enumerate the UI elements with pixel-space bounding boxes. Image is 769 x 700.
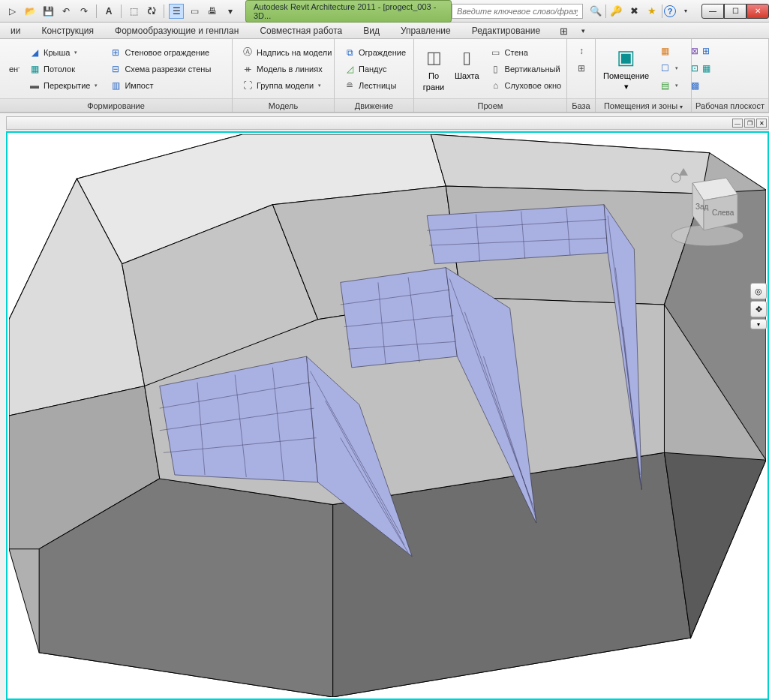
view-close-button[interactable]: ✕	[756, 119, 767, 128]
shaft-button[interactable]: ▯ Шахта	[450, 42, 484, 95]
set-plane-icon: ⊞	[700, 45, 712, 57]
area-icon: ▤	[659, 80, 671, 92]
cube-icon[interactable]: ⬚	[126, 4, 141, 19]
svg-point-49	[671, 173, 680, 182]
component-button-truncated[interactable]: ент▾	[6, 63, 20, 75]
grid-button[interactable]: ⊞	[572, 61, 590, 76]
open-icon[interactable]: 📂	[23, 4, 38, 19]
model-text-icon: Ⓐ	[242, 47, 254, 59]
grid-icon: ⊞	[575, 62, 587, 74]
view-restore-button[interactable]: ❐	[744, 119, 755, 128]
tab-collaborate[interactable]: Совместная работа	[249, 23, 353, 38]
window-controls: — ☐ ✕	[701, 4, 769, 19]
ribbon-collapse-icon[interactable]: ▾	[575, 23, 591, 38]
pan-button[interactable]: ✥	[750, 301, 767, 317]
curtain-system-button[interactable]: ⊞Стеновое ограждение	[107, 45, 214, 60]
panel-opening: ◫ По грани ▯ Шахта ▭Стена ▯Вертикальный …	[414, 39, 567, 112]
panel-model: ⒶНадпись на модели ᚑМодель в линиях ⛶Гру…	[233, 39, 335, 112]
svg-marker-15	[341, 268, 458, 368]
floor-button[interactable]: ▬Перекрытие▾	[26, 78, 101, 93]
label: Вертикальный	[505, 65, 560, 74]
favorites-icon[interactable]: ★	[644, 4, 660, 19]
curtain-grid-button[interactable]: ⊟Схема разрезки стены	[107, 62, 214, 77]
label: Группа модели	[257, 81, 314, 90]
panel-toggle-icon[interactable]: ⊞	[555, 23, 572, 38]
by-face-icon: ◫	[422, 46, 446, 70]
separator	[121, 5, 122, 18]
ramp-button[interactable]: ◿Пандус	[341, 62, 409, 77]
stairs-button[interactable]: ≘Лестницы	[341, 78, 409, 93]
sync-icon[interactable]: 🗘	[144, 4, 159, 19]
document-title: Autodesk Revit Architecture 2011 - [prog…	[245, 0, 452, 23]
set-workplane-button[interactable]: ⊞	[697, 44, 715, 59]
nav-bar: ◎ ✥ ▾	[750, 283, 768, 329]
roof-icon: ◢	[29, 47, 41, 59]
properties-icon[interactable]: ☰	[169, 4, 184, 19]
save-icon[interactable]: 💾	[41, 4, 56, 19]
redo-icon[interactable]: ↷	[77, 4, 92, 19]
undo-icon[interactable]: ↶	[59, 4, 74, 19]
separator	[662, 5, 662, 18]
model-line-icon: ᚑ	[242, 63, 254, 75]
binoculars-icon[interactable]: 🔍	[587, 4, 604, 19]
help-icon[interactable]: ?	[664, 5, 676, 17]
model-text-button[interactable]: ⒶНадпись на модели	[239, 45, 335, 60]
tab-extras: ⊞ ▾	[555, 23, 591, 38]
options-icon[interactable]: ▾	[223, 4, 238, 19]
print-icon[interactable]: 🖶	[205, 4, 220, 19]
maximize-button[interactable]: ☐	[724, 4, 746, 19]
show-plane-icon: ▦	[700, 62, 712, 74]
level-button[interactable]: ↕	[572, 44, 590, 59]
ceiling-button[interactable]: ▦Потолок	[26, 62, 101, 77]
mullion-icon: ▥	[110, 80, 122, 92]
curtain-grid-icon: ⊟	[110, 63, 122, 75]
tab-manage[interactable]: Управление	[390, 23, 461, 38]
help-dropdown-icon[interactable]: ▾	[677, 4, 694, 19]
text-icon[interactable]: A	[101, 4, 116, 19]
roof-button[interactable]: ◢Крыша▾	[26, 45, 101, 60]
tab-home-truncated[interactable]: ии	[0, 23, 31, 38]
dormer-button[interactable]: ⌂Слуховое окно	[487, 78, 565, 93]
tab-structure[interactable]: Конструкция	[31, 23, 104, 38]
room-sep-icon: ▦	[659, 45, 671, 57]
nav-expand-button[interactable]: ▾	[750, 319, 767, 329]
viewcube[interactable]: Зад Слева	[662, 164, 752, 254]
tab-view[interactable]: Вид	[353, 23, 390, 38]
by-face-button[interactable]: ◫ По грани	[417, 42, 450, 95]
panel-datum: ↕ ⊞ База	[567, 39, 596, 112]
exchange-icon[interactable]: ✖	[626, 4, 642, 19]
level-icon: ↕	[575, 45, 587, 57]
subscription-icon[interactable]: 🔑	[608, 4, 624, 19]
steering-wheel-button[interactable]: ◎	[750, 283, 767, 299]
panel-title[interactable]: Помещения и зоны▾	[596, 98, 691, 112]
room-tag-button[interactable]: ☐▾	[656, 61, 681, 76]
label: ент	[9, 65, 20, 74]
room-button[interactable]: ▣ Помещение ▾	[599, 42, 653, 95]
model-render	[9, 134, 766, 697]
dormer-icon: ⌂	[490, 80, 502, 92]
search-input[interactable]	[452, 4, 583, 19]
model-group-button[interactable]: ⛶Группа модели▾	[239, 78, 335, 93]
model-line-button[interactable]: ᚑМодель в линиях	[239, 62, 335, 77]
floor-icon: ▬	[29, 80, 41, 92]
minimize-button[interactable]: —	[701, 4, 724, 19]
canvas-3d[interactable]	[9, 134, 766, 697]
show-workplane-button[interactable]: ▦	[697, 61, 715, 76]
label: Помещение	[603, 71, 649, 80]
wall-opening-button[interactable]: ▭Стена	[487, 45, 565, 60]
room-separator-button[interactable]: ▦	[656, 44, 681, 59]
mullion-button[interactable]: ▥Импост	[107, 78, 214, 93]
label: Стеновое ограждение	[125, 48, 209, 57]
view-3d[interactable]: Зад Слева ◎ ✥ ▾	[6, 131, 769, 700]
view-minimize-button[interactable]: —	[732, 119, 743, 128]
app-menu-button[interactable]: ▷	[5, 4, 20, 19]
railing-icon: ⧉	[344, 47, 356, 59]
tab-massing[interactable]: Формообразующие и генплан	[104, 23, 249, 38]
panel-build: ент▾ ◢Крыша▾ ▦Потолок ▬Перекрытие▾ ⊞Стен…	[0, 39, 233, 112]
area-button[interactable]: ▤▾	[656, 78, 681, 93]
sheet-icon[interactable]: ▭	[187, 4, 202, 19]
tab-modify[interactable]: Редактирование	[461, 23, 551, 38]
railing-button[interactable]: ⧉Ограждение	[341, 45, 409, 60]
close-button[interactable]: ✕	[746, 4, 769, 19]
vertical-opening-button[interactable]: ▯Вертикальный	[487, 62, 565, 77]
